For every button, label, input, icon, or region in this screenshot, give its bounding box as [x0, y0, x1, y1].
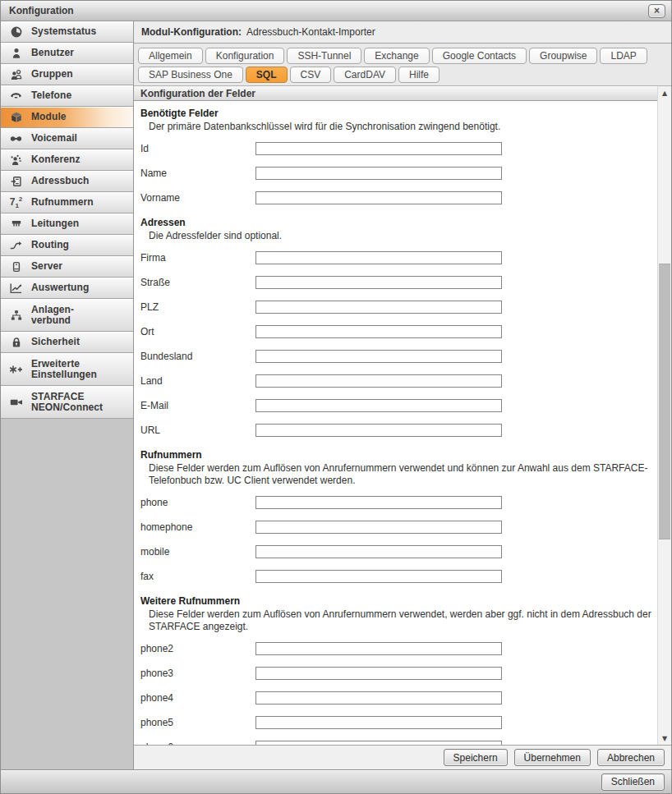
field-input-vorname[interactable]: [255, 191, 502, 204]
field-input-fax[interactable]: [255, 570, 502, 583]
sidebar-item-voicemail[interactable]: Voicemail: [1, 128, 133, 149]
scroll-up-icon[interactable]: ▲: [658, 86, 671, 99]
speichern-button[interactable]: Speichern: [444, 749, 508, 766]
sidebar-item-rufnummern[interactable]: 712Rufnummern: [1, 192, 133, 213]
conference-icon: [1, 154, 31, 167]
title-bar: Konfiguration ×: [1, 1, 671, 21]
field-input-stra-e[interactable]: [255, 276, 502, 289]
tab-exchange[interactable]: Exchange: [364, 48, 429, 64]
routing-icon: [1, 239, 31, 252]
vertical-scrollbar[interactable]: ▲ ▼: [657, 86, 671, 745]
field-input-bundesland[interactable]: [255, 350, 502, 363]
sidebar-item-benutzer[interactable]: Benutzer: [1, 43, 133, 64]
tab-sap-business-one[interactable]: SAP Business One: [138, 67, 243, 83]
tab-allgemein[interactable]: Allgemein: [138, 48, 203, 64]
sidebar-item-anlagenverbund[interactable]: Anlagen-verbund: [1, 299, 133, 332]
sidebar: SystemstatusBenutzerGruppenTelefoneModul…: [1, 21, 134, 769]
field-input-mobile[interactable]: [255, 545, 502, 558]
field-label: Id: [140, 143, 255, 154]
group-heading-adressen: Adressen: [140, 217, 655, 228]
tab-bar: AllgemeinKonfigurationSSH-TunnelExchange…: [134, 44, 671, 85]
tab-csv[interactable]: CSV: [290, 67, 332, 83]
field-input-phone3[interactable]: [255, 667, 502, 680]
group-heading-ben-tigte-felder: Benötigte Felder: [140, 108, 655, 119]
group-description: Der primäre Datenbankschlüssel wird für …: [149, 121, 655, 133]
tab-hilfe[interactable]: Hilfe: [398, 67, 440, 83]
field-input-firma[interactable]: [255, 251, 502, 264]
field-label: phone5: [140, 717, 255, 728]
app-body: SystemstatusBenutzerGruppenTelefoneModul…: [1, 21, 671, 769]
field-row-phone3: phone3: [140, 661, 655, 686]
cube-icon: [1, 111, 31, 124]
field-label: Bundesland: [140, 351, 255, 362]
sidebar-item-auswertung[interactable]: Auswertung: [1, 278, 133, 299]
sidebar-item-module[interactable]: Module: [1, 107, 133, 128]
user-icon: [1, 47, 31, 60]
field-label: Firma: [140, 252, 255, 264]
main-panel: Modul-Konfiguration: Adressbuch-Kontakt-…: [134, 21, 671, 769]
field-input-phone4[interactable]: [255, 691, 502, 705]
sidebar-item-systemstatus[interactable]: Systemstatus: [1, 21, 133, 43]
sidebar-item-konferenz[interactable]: Konferenz: [1, 149, 133, 171]
field-input-plz[interactable]: [255, 301, 502, 314]
sidebar-item-telefone[interactable]: Telefone: [1, 85, 133, 107]
gear-plus-icon: [1, 363, 31, 376]
clock-status-icon: [1, 25, 31, 39]
field-label: Ort: [140, 326, 255, 337]
video-camera-icon: [1, 396, 31, 409]
tab-groupwise[interactable]: Groupwise: [529, 48, 597, 64]
fields-area: Benötigte FelderDer primäre Datenbanksch…: [134, 101, 671, 745]
sidebar-item-adressbuch[interactable]: Adressbuch: [1, 171, 133, 192]
field-input-land[interactable]: [255, 374, 502, 388]
field-input-url[interactable]: [255, 424, 502, 437]
uebernehmen-button[interactable]: Übernehmen: [514, 749, 591, 766]
sidebar-item-label: Routing: [31, 240, 69, 250]
sidebar-item-server[interactable]: Server: [1, 256, 133, 278]
tab-google-contacts[interactable]: Google Contacts: [432, 48, 527, 64]
tab-sql[interactable]: SQL: [246, 67, 288, 83]
sidebar-item-gruppen[interactable]: Gruppen: [1, 64, 133, 85]
field-input-phone2[interactable]: [255, 642, 502, 655]
close-icon[interactable]: ×: [648, 4, 665, 18]
sidebar-item-erweiterte-einstellungen[interactable]: ErweiterteEinstellungen: [1, 353, 133, 386]
field-label: URL: [140, 425, 255, 436]
tab-row-2: SAP Business OneSQLCSVCardDAVHilfe: [138, 67, 671, 83]
tab-ssh-tunnel[interactable]: SSH-Tunnel: [287, 48, 361, 64]
schliessen-button[interactable]: Schließen: [601, 773, 665, 791]
sidebar-item-label: Voicemail: [31, 133, 77, 144]
konfiguration-window: Konfiguration × SystemstatusBenutzerGrup…: [0, 0, 672, 794]
group-description: Diese Felder werden zum Auflösen von Anr…: [149, 462, 655, 487]
sidebar-item-label: STARFACENEON/Connect: [31, 392, 103, 413]
sidebar-item-label: Leitungen: [31, 218, 79, 229]
sidebar-item-sicherheit[interactable]: Sicherheit: [1, 332, 133, 353]
field-input-phone[interactable]: [255, 496, 502, 509]
sidebar-item-starface-neon-connect[interactable]: STARFACENEON/Connect: [1, 386, 133, 419]
field-row-phone6: phone6: [140, 735, 655, 745]
tab-ldap[interactable]: LDAP: [600, 48, 647, 64]
scrollbar-thumb[interactable]: [659, 264, 670, 539]
scroll-down-icon[interactable]: ▼: [658, 732, 671, 745]
sidebar-item-routing[interactable]: Routing: [1, 235, 133, 256]
field-row-url: URL: [140, 418, 655, 443]
field-label: Straße: [140, 277, 255, 288]
sidebar-item-label: Adressbuch: [31, 176, 89, 186]
field-input-id[interactable]: [255, 142, 502, 155]
field-row-phone4: phone4: [140, 686, 655, 710]
field-label: Name: [140, 168, 255, 179]
field-input-phone6[interactable]: [255, 741, 502, 745]
field-input-phone5[interactable]: [255, 716, 502, 729]
field-row-id: Id: [140, 136, 655, 161]
field-input-homephone[interactable]: [255, 521, 502, 534]
field-row-homephone: homephone: [140, 515, 655, 539]
field-row-vorname: Vorname: [140, 186, 655, 210]
tab-carddav[interactable]: CardDAV: [334, 67, 396, 83]
tab-konfiguration[interactable]: Konfiguration: [205, 48, 285, 64]
voicemail-icon: [1, 132, 31, 145]
field-input-name[interactable]: [255, 167, 502, 180]
abbrechen-button[interactable]: Abbrechen: [597, 749, 665, 766]
sidebar-item-leitungen[interactable]: Leitungen: [1, 213, 133, 235]
field-input-ort[interactable]: [255, 325, 502, 338]
field-input-e-mail[interactable]: [255, 399, 502, 412]
phone-icon: [1, 89, 31, 103]
sidebar-item-label: Module: [31, 112, 67, 122]
